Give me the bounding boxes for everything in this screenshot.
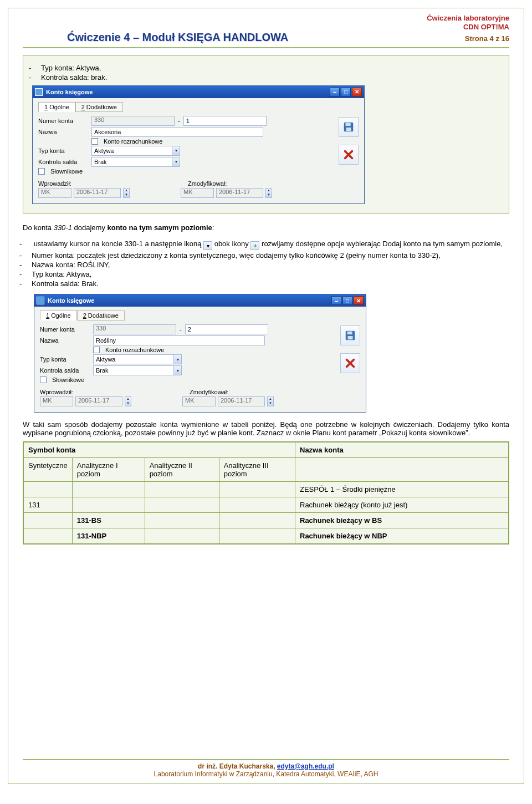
- label-typ: Typ konta: [40, 356, 90, 363]
- chevron-down-icon: ▾: [172, 146, 180, 155]
- intro-line-1: Typ konta: Aktywa,: [41, 63, 500, 73]
- kontrola-dropdown[interactable]: Brak▾: [93, 365, 182, 375]
- middle-b1: ustawiamy kursor na koncie 330-1 a nastę…: [32, 239, 509, 251]
- footer-email-link[interactable]: edyta@agh.edu.pl: [277, 762, 334, 770]
- middle-b4: Typ konta: Aktywa,: [32, 269, 509, 279]
- label-numer: Numer konta: [38, 118, 88, 124]
- table-row: ZESPÓŁ 1 – Środki pieniężne: [24, 482, 509, 497]
- dialog2-titlebar: Konto księgowe ‒ □ ✕: [34, 294, 366, 307]
- date-spinner[interactable]: ▲▼: [267, 396, 274, 406]
- th-nazwa: Nazwa konta: [295, 442, 509, 458]
- typ-dropdown[interactable]: Aktywa▾: [93, 354, 182, 364]
- svg-rect-4: [347, 332, 352, 335]
- cancel-x-button[interactable]: [340, 353, 360, 373]
- zmod-user: MK: [181, 188, 214, 198]
- svg-rect-1: [346, 123, 351, 126]
- rozrachunkowe-checkbox[interactable]: [93, 347, 100, 353]
- minimize-button[interactable]: ‒: [330, 88, 340, 96]
- close-button[interactable]: ✕: [354, 296, 364, 305]
- intro-line-2: Kontrola salda: brak.: [41, 73, 500, 82]
- th-a2: Analityczne II poziom: [145, 458, 219, 482]
- dialog-konto-2: Konto księgowe ‒ □ ✕ 1 Ogólne 2 Dodatkow…: [34, 294, 366, 413]
- wpro-user: MK: [40, 396, 73, 406]
- th-symbol: Symbol konta: [24, 442, 295, 458]
- rozrachunkowe-checkbox[interactable]: [91, 138, 98, 145]
- dialog1-titlebar: Konto księgowe ‒ □ ✕: [33, 86, 364, 98]
- numer-sep: -: [178, 118, 180, 124]
- minimize-button[interactable]: ‒: [331, 296, 341, 305]
- zmod-user: MK: [182, 396, 216, 406]
- cancel-x-button[interactable]: [339, 145, 359, 165]
- paragraph-after-dialogs: W taki sam sposób dodajemy pozostałe kon…: [23, 420, 509, 437]
- svg-rect-5: [347, 336, 352, 339]
- tab-ogolne[interactable]: 1 1 OgólneOgólne: [38, 102, 75, 112]
- maximize-button[interactable]: □: [341, 88, 351, 96]
- label-rozrachunkowe: Konto rozrachunkowe: [104, 138, 162, 145]
- callout-table: Symbol konta Nazwa konta Syntetyczne Ana…: [23, 441, 509, 545]
- app-icon: [37, 297, 44, 304]
- label-wprowadzil: Wprowadził:: [40, 389, 79, 395]
- label-nazwa: Nazwa: [40, 337, 90, 344]
- close-button[interactable]: ✕: [352, 88, 362, 96]
- chevron-down-icon: ▾: [172, 157, 180, 166]
- callout-1: Typ konta: Aktywa, Kontrola salda: brak.…: [23, 55, 509, 213]
- save-floppy-button[interactable]: [340, 325, 360, 345]
- dialog1-title: Konto księgowe: [46, 89, 329, 95]
- header-page: Strona 4 z 16: [465, 34, 509, 43]
- date-spinner[interactable]: ▲▼: [123, 188, 130, 198]
- th-a1: Analityczne I poziom: [72, 458, 145, 482]
- save-floppy-button[interactable]: [339, 117, 359, 137]
- wpro-user: MK: [38, 188, 71, 198]
- zmod-date: 2006-11-17: [218, 396, 265, 406]
- header-title: Ćwiczenie 4 – Moduł KSIĘGA HANDLOWA: [23, 31, 288, 44]
- maximize-button[interactable]: □: [342, 296, 352, 305]
- label-nazwa: Nazwa: [38, 129, 88, 135]
- tab-ogolne[interactable]: 1 Ogólne: [40, 311, 77, 320]
- plus-icon[interactable]: +: [250, 241, 259, 250]
- th-a3: Analityczne III poziom: [219, 458, 295, 482]
- date-spinner[interactable]: ▲▼: [265, 188, 272, 198]
- numer-parent: 330: [91, 116, 175, 126]
- slownikowe-checkbox[interactable]: [40, 376, 47, 383]
- slownikowe-checkbox[interactable]: [38, 168, 45, 175]
- typ-dropdown[interactable]: Aktywa▾: [91, 146, 180, 156]
- dialog2-title: Konto księgowe: [48, 297, 330, 304]
- dropdown-arrow-icon[interactable]: ▾: [203, 241, 212, 250]
- label-kontrola: Kontrola salda: [40, 367, 90, 374]
- label-slownikowe: Słownikowe: [52, 376, 84, 383]
- app-icon: [35, 88, 43, 96]
- kontrola-dropdown[interactable]: Brak▾: [91, 157, 180, 167]
- tab-dodatkowe[interactable]: 2 Dodatkowe: [77, 311, 125, 320]
- middle-b5: Kontrola salda: Brak.: [32, 279, 509, 288]
- zmod-date: 2006-11-17: [216, 188, 263, 198]
- chevron-down-icon: ▾: [173, 366, 181, 375]
- numer-sep: -: [180, 326, 182, 333]
- label-wprowadzil: Wprowadził:: [38, 180, 77, 187]
- wpro-date: 2006-11-17: [75, 396, 122, 406]
- header-lab: Ćwiczenia laboratoryjne: [23, 14, 509, 23]
- label-kontrola: Kontrola salda: [38, 159, 88, 165]
- label-zmodyfikowal: Zmodyfikował:: [188, 180, 232, 187]
- numer-suffix-input[interactable]: [185, 324, 268, 334]
- chevron-down-icon: ▾: [173, 355, 181, 364]
- th-synt: Syntetyczne: [24, 458, 73, 482]
- numer-parent: 330: [93, 324, 176, 334]
- table-row: 131-BS Rachunek bieżący w BS: [24, 513, 509, 528]
- tab-dodatkowe[interactable]: 2 Dodatkowe: [75, 102, 123, 112]
- svg-rect-2: [346, 127, 351, 130]
- date-spinner[interactable]: ▲▼: [125, 396, 131, 406]
- label-zmodyfikowal: Zmodyfikował:: [190, 389, 234, 395]
- header-divider: [23, 47, 509, 48]
- numer-suffix-input[interactable]: [183, 116, 267, 126]
- label-slownikowe: Słownikowe: [50, 168, 83, 175]
- nazwa-input[interactable]: [91, 127, 263, 137]
- label-numer: Numer konta: [40, 326, 90, 333]
- label-typ: Typ konta: [38, 147, 88, 154]
- middle-b3: Nazwa konta: ROŚLINY,: [32, 260, 509, 269]
- accounts-table: Symbol konta Nazwa konta Syntetyczne Ana…: [23, 442, 509, 544]
- page-footer: dr inż. Edyta Kucharska, edyta@agh.edu.p…: [23, 759, 509, 778]
- wpro-date: 2006-11-17: [74, 188, 121, 198]
- nazwa-input[interactable]: [93, 335, 265, 345]
- middle-lead: Do konta 330-1 dodajemy konto na tym sam…: [23, 223, 509, 232]
- label-rozrachunkowe: Konto rozrachunkowe: [105, 347, 164, 353]
